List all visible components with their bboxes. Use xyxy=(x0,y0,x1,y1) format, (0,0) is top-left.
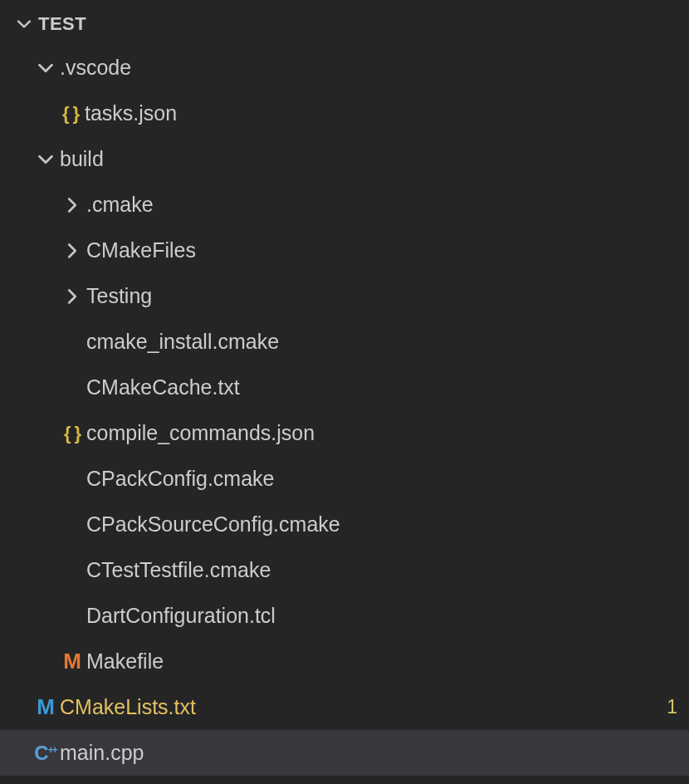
git-modified-badge: 1 xyxy=(667,696,677,718)
text-file-icon xyxy=(58,516,86,534)
file-tasks-json[interactable]: { } tasks.json xyxy=(0,91,689,136)
text-file-icon xyxy=(58,561,86,580)
file-label: CTestTestfile.cmake xyxy=(86,558,677,582)
chevron-right-icon xyxy=(58,287,86,306)
text-file-icon xyxy=(58,470,86,488)
file-dartconfig[interactable]: DartConfiguration.tcl xyxy=(0,593,689,639)
chevron-down-icon xyxy=(32,58,60,78)
folder-build[interactable]: build xyxy=(0,136,689,182)
file-ctesttestfile[interactable]: CTestTestfile.cmake xyxy=(0,547,689,593)
file-label: CPackConfig.cmake xyxy=(86,467,677,491)
makefile-icon: M xyxy=(58,649,86,674)
file-cmakecache[interactable]: CMakeCache.txt xyxy=(0,365,689,410)
file-label: tasks.json xyxy=(85,101,677,125)
folder-vscode[interactable]: .vscode xyxy=(0,45,689,91)
text-file-icon xyxy=(58,333,86,351)
file-cpackconfig[interactable]: CPackConfig.cmake xyxy=(0,456,689,502)
chevron-right-icon xyxy=(58,195,86,215)
file-label: CPackSourceConfig.cmake xyxy=(86,512,677,537)
explorer-section-header[interactable]: TEST xyxy=(0,10,689,45)
file-compile-commands[interactable]: { } compile_commands.json xyxy=(0,410,689,456)
folder-label: build xyxy=(60,147,677,171)
folder-label: Testing xyxy=(86,284,677,308)
file-explorer: TEST .vscode { } tasks.json build .cmake xyxy=(0,0,689,776)
folder-label: .vscode xyxy=(60,56,677,80)
folder-build-cmakefiles[interactable]: CMakeFiles xyxy=(0,228,689,273)
chevron-right-icon xyxy=(58,241,86,261)
text-file-icon xyxy=(58,379,86,397)
file-cmakelists[interactable]: M CMakeLists.txt 1 xyxy=(0,684,689,730)
file-label: DartConfiguration.tcl xyxy=(86,604,677,628)
file-label: main.cpp xyxy=(60,741,677,765)
chevron-down-icon xyxy=(32,149,60,169)
folder-build-testing[interactable]: Testing xyxy=(0,273,689,319)
chevron-down-icon xyxy=(15,15,38,33)
file-cpacksourceconfig[interactable]: CPackSourceConfig.cmake xyxy=(0,502,689,547)
file-label: CMakeLists.txt xyxy=(60,695,667,719)
file-makefile[interactable]: M Makefile xyxy=(0,639,689,684)
folder-build-cmake[interactable]: .cmake xyxy=(0,182,689,228)
cmake-icon: M xyxy=(32,694,60,720)
file-main-cpp[interactable]: C++ main.cpp xyxy=(0,730,689,776)
json-icon: { } xyxy=(58,423,86,444)
folder-label: CMakeFiles xyxy=(86,238,677,262)
folder-label: .cmake xyxy=(86,193,677,217)
cpp-icon: C++ xyxy=(32,742,60,765)
file-label: compile_commands.json xyxy=(86,421,677,445)
file-label: Makefile xyxy=(86,649,677,674)
section-title: TEST xyxy=(38,13,86,35)
json-icon: { } xyxy=(56,103,85,125)
file-label: cmake_install.cmake xyxy=(86,330,677,354)
file-label: CMakeCache.txt xyxy=(86,375,677,399)
file-cmake-install[interactable]: cmake_install.cmake xyxy=(0,319,689,365)
text-file-icon xyxy=(58,607,86,625)
